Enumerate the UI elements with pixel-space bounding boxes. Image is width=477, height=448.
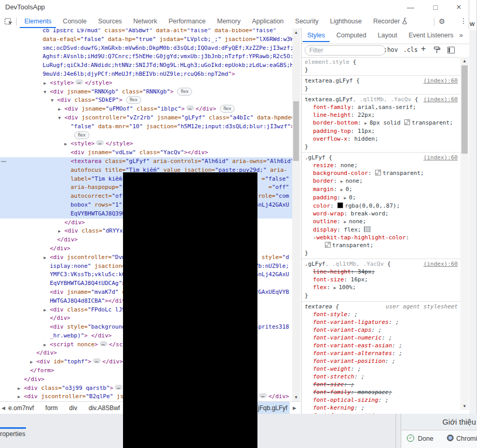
expand-ellipsis-icon[interactable]: … [96,140,104,145]
css-property[interactable]: padding-top: 11px; [302,127,461,135]
expand-arrow-icon[interactable]: ▶ [44,341,46,349]
css-property[interactable]: font-variant-east-asian: ; [302,342,461,349]
expand-arrow-icon[interactable]: ▶ [344,220,349,224]
code-line[interactable]: flex [0,131,292,140]
css-property[interactable]: font-size: ; [302,381,461,388]
tab-sources[interactable]: Sources [92,15,128,28]
color-swatch-icon[interactable] [337,202,343,208]
breadcrumb-item[interactable]: e.om7nvf [8,404,34,412]
css-property[interactable]: padding: ▶ 0; [302,194,461,202]
css-property[interactable]: font-weight: ; [302,365,461,373]
expand-arrow-icon[interactable]: ▶ [44,79,46,88]
css-property[interactable]: font-optical-sizing: ; [302,396,461,404]
tab-performance[interactable]: Performance [163,15,212,28]
css-property[interactable]: word-wrap: break-word; [302,210,461,218]
expand-arrow-icon[interactable]: ▼ [44,88,46,97]
css-property[interactable]: font-size: 16px; [302,276,461,283]
expand-arrow-icon[interactable]: ▶ [364,121,370,126]
css-property[interactable]: font-variant-alternates: ; [302,349,461,357]
expand-arrow-icon[interactable]: ▶ [340,179,346,184]
expand-ellipsis-icon[interactable]: … [100,341,107,346]
rule-selector[interactable]: element.style { [302,58,461,66]
scroll-up-icon[interactable]: ▲ [460,57,469,65]
styles-scrollbar[interactable]: ▲ ▼ [460,57,469,410]
code-line[interactable]: ▶<style>…</style> [0,79,292,88]
expand-ellipsis-icon[interactable]: … [75,79,83,85]
breadcrumb-item[interactable]: div [69,404,77,412]
expand-arrow-icon[interactable]: ▶ [64,140,67,148]
css-property[interactable]: font-family: arial,sans-serif; [302,103,461,111]
scrollbar-thumb[interactable] [293,101,299,161]
color-swatch-icon[interactable] [404,119,410,125]
breadcrumb-back-icon[interactable]: ◀ [0,402,7,414]
styles-tab-layout[interactable]: Layout [372,29,403,42]
tab-console[interactable]: Console [57,15,92,28]
toggle-sidebar-icon[interactable] [447,47,455,53]
color-swatch-icon[interactable] [375,170,381,175]
breadcrumb-item[interactable]: div.A8SBwf [89,404,120,412]
stylesheet-link[interactable]: (index):60 [424,260,458,268]
flex-badge[interactable]: flex [177,88,192,96]
css-property[interactable]: font-stretch: ; [302,373,461,381]
expand-arrow-icon[interactable]: ▶ [344,196,349,200]
expand-arrow-icon[interactable]: ▶ [334,286,339,290]
code-line[interactable]: <div jsname="vdLsw" class="YacQv"></div> [0,148,292,157]
css-property[interactable]: font-variant-numeric: ; [302,334,461,342]
css-property[interactable]: font-style: ; [302,310,461,318]
flex-badge[interactable]: flex [220,105,235,113]
css-property[interactable]: outline: ▶ none; [302,218,461,226]
css-property[interactable]: line-height: 22px; [302,111,461,119]
flex-editor-icon[interactable] [364,226,371,232]
css-property[interactable]: resize: none; [302,161,461,169]
breadcrumb-item[interactable]: form [45,404,58,412]
expand-arrow-icon[interactable]: ▶ [30,358,33,366]
styles-filter-input[interactable] [305,45,386,56]
color-swatch-icon[interactable] [325,242,331,248]
flex-badge[interactable]: flex [74,131,89,139]
styles-tab-computed[interactable]: Computed [331,29,372,42]
code-line[interactable]: ▼<div class="SDkEP">flex [0,96,292,105]
stylesheet-link[interactable]: (index):60 [424,96,458,103]
code-line[interactable]: Aghsf:AVsnlb;iHd9U:Q7Cnrc;f5hEHe:G0jgYd;… [0,52,292,61]
css-property[interactable]: background-color: transparent; [302,169,461,177]
css-property[interactable]: -webkit-tap-highlight-color: [302,234,461,241]
tab-application[interactable]: Application [246,15,289,28]
scroll-down-icon[interactable]: ▼ [460,402,469,410]
expand-ellipsis-icon[interactable]: … [259,393,267,398]
code-line[interactable]: ▶<style>…</style> [0,140,292,148]
expand-arrow-icon[interactable]: ▶ [58,227,61,236]
expand-arrow-icon[interactable]: ▼ [58,114,61,123]
css-property[interactable]: overflow-x: hidden; [302,135,461,143]
scroll-down-icon[interactable]: ▼ [292,393,300,401]
expand-arrow-icon[interactable]: ▶ [44,253,46,262]
properties-tab[interactable]: roperties [0,430,25,438]
code-line[interactable]: cb IpsErc L97mud" class="A8SBwf" data-al… [0,29,292,35]
css-property[interactable]: display: flex; [302,226,461,234]
expand-arrow-icon[interactable]: ▶ [18,392,20,401]
code-line[interactable]: data-efaql="false" data-hp="true" jsdata… [0,35,292,44]
code-line[interactable]: smc;ocDSvd:duwfG;XmGRxb:mVw6nb;DkpM0b:d3… [0,44,292,53]
tab-lighthouse[interactable]: Lighthouse [324,15,367,28]
maximize-button[interactable]: □ [428,2,443,12]
element-classes-button[interactable]: .cls [403,46,418,53]
elements-scrollbar[interactable]: ▲ ▼ [292,29,300,401]
css-property[interactable]: color: rgba(0,0,0,.87); [302,202,461,210]
tab-network[interactable]: Network [128,15,163,28]
tab-elements[interactable]: Elements [19,15,57,28]
css-property[interactable]: font-variant-ligatures: ; [302,318,461,326]
css-property[interactable]: border-bottom: ▶ 8px solid transparent; [302,119,461,127]
css-property[interactable]: margin: ▶ 0; [302,185,461,194]
close-button[interactable]: × [451,2,467,12]
expand-ellipsis-icon[interactable]: … [115,385,122,390]
code-line[interactable]: "false" data-mnr="10" jsaction="h5M12e;i… [0,123,292,131]
paint-roller-icon[interactable] [433,46,441,56]
minimize-button[interactable]: — [403,2,418,12]
toggle-element-state-button[interactable]: :hov [384,46,398,53]
code-line[interactable]: 9muVd:J4e6lb;djyPCf:nMeUJf;hBEIVb:nUZ9le… [0,70,292,79]
expand-ellipsis-icon[interactable]: … [186,105,194,111]
code-line[interactable]: ▶<div jsname="uFMOof" class="iblpc">…</d… [0,105,292,114]
expand-arrow-icon[interactable]: ▶ [340,187,346,192]
code-line[interactable]: LuRugf;qiCkJd:ANdidc;htNNz:SNIJTd;NOg9L:… [0,61,292,70]
expand-arrow-icon[interactable]: ▶ [58,105,61,114]
stylesheet-link[interactable]: (index):60 [424,77,458,85]
